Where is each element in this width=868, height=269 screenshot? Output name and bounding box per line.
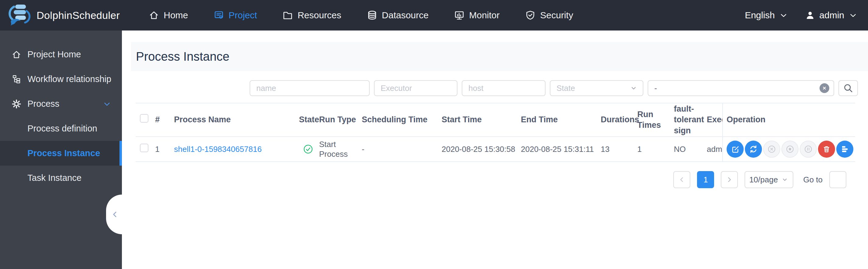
clear-daterange-button[interactable] (819, 83, 829, 93)
name-filter-input[interactable] (250, 80, 370, 96)
header-scroll-columns: # Process Name State Run Type Scheduling… (135, 103, 722, 136)
nav-item-label: Resources (298, 10, 341, 21)
shield-icon (525, 10, 535, 21)
daterange-filter-input[interactable]: - (648, 80, 834, 96)
edit-icon (731, 145, 740, 154)
sidebar-item-label: Process definition (27, 123, 97, 133)
circle-x-icon (767, 145, 776, 154)
title-band: Process Instance (131, 42, 868, 71)
column-header-index: # (155, 114, 174, 125)
column-header-run-type: Run Type (319, 114, 362, 125)
sidebar-item-label: Project Home (27, 50, 81, 59)
sidebar-item-process-instance[interactable]: Process Instance (0, 141, 122, 166)
process-name-cell: shell1-0-1598340657816 (174, 144, 299, 154)
column-header-fault-tolerant-sign: fault-tolerant sign (674, 104, 707, 136)
sidebar-item-task-instance[interactable]: Task Instance (0, 166, 122, 190)
state-cell (299, 144, 319, 154)
page-number-button[interactable]: 1 (697, 171, 714, 188)
gantt-button[interactable] (836, 141, 854, 158)
fault-tolerant-sign-cell: NO (674, 144, 707, 154)
run-times-cell: 1 (637, 144, 674, 154)
nav-item-security[interactable]: Security (525, 10, 573, 21)
sidebar-item-process[interactable]: Process (0, 91, 122, 116)
chevron-down-icon (102, 99, 112, 109)
operation-buttons (726, 141, 854, 158)
user-icon (805, 10, 815, 20)
home-icon (11, 50, 22, 59)
nav-item-label: Home (164, 10, 188, 21)
delete-button[interactable] (818, 141, 835, 158)
search-button[interactable] (838, 80, 858, 96)
sidebar-item-project-home[interactable]: Project Home (0, 42, 122, 67)
nav-item-home[interactable]: Home (149, 10, 188, 21)
state-filter-select[interactable]: State (550, 80, 643, 96)
page-title: Process Instance (136, 50, 229, 63)
table-row: 1 shell1-0-1598340657816 Start Process (135, 137, 855, 162)
executor-filter-input[interactable] (374, 80, 458, 96)
row-scroll-columns: 1 shell1-0-1598340657816 Start Process (135, 137, 722, 161)
page-size-select[interactable]: 10/page (745, 171, 793, 188)
brand[interactable]: DolphinScheduler (0, 2, 120, 28)
sidebar-item-workflow-relationship[interactable]: Workflow relationship (0, 67, 122, 91)
operation-header-column: Operation (722, 103, 855, 136)
nav-items: Home Project Resources (149, 10, 573, 21)
column-header-executor: Executor (707, 114, 722, 125)
row-index: 1 (155, 144, 174, 154)
rerun-button[interactable] (745, 141, 762, 158)
navbar-right: English admin (745, 10, 868, 21)
page-size-value: 10/page (749, 175, 778, 184)
database-icon (367, 10, 377, 21)
user-menu[interactable]: admin (805, 10, 858, 21)
project-icon (214, 10, 224, 21)
language-switcher[interactable]: English (745, 10, 788, 21)
nav-item-project[interactable]: Project (214, 10, 257, 21)
home-icon (149, 10, 159, 21)
nav-item-monitor[interactable]: Monitor (454, 10, 499, 21)
language-label: English (745, 10, 775, 21)
run-type-cell: Start Process (319, 139, 362, 159)
edit-button[interactable] (726, 141, 744, 158)
recovery-failed-button[interactable] (763, 141, 780, 158)
column-header-run-times: Run Times (637, 109, 674, 130)
next-page-button[interactable] (721, 171, 738, 188)
executor-cell: admin (707, 144, 722, 154)
goto-page-input[interactable] (829, 171, 846, 188)
chevron-right-icon (725, 176, 733, 184)
column-header-operation: Operation (726, 114, 766, 125)
top-navbar: DolphinScheduler Home Project (0, 0, 868, 30)
column-header-durations: Durations (601, 114, 637, 125)
nav-item-resources[interactable]: Resources (282, 10, 341, 21)
sidebar-item-label: Workflow relationship (27, 74, 111, 84)
sidebar-item-process-definition[interactable]: Process definition (0, 116, 122, 141)
process-name-link[interactable]: shell1-0-1598340657816 (174, 145, 262, 154)
select-all-checkbox[interactable] (140, 114, 148, 123)
row-checkbox[interactable] (140, 144, 148, 152)
state-select-placeholder: State (557, 84, 629, 93)
filter-bar: State - (122, 80, 858, 96)
column-header-process-name: Process Name (174, 114, 299, 125)
durations-cell: 13 (601, 144, 637, 154)
workflow-tree-icon (11, 74, 22, 84)
pagination: 1 10/page Go to (122, 171, 846, 188)
sidebar-item-label: Process (27, 99, 59, 109)
column-header-scheduling-time: Scheduling Time (362, 114, 442, 125)
nav-item-datasource[interactable]: Datasource (367, 10, 429, 21)
circle-pause-icon (804, 145, 813, 154)
trash-icon (822, 145, 831, 154)
select-all-cell (135, 114, 155, 125)
pause-button[interactable] (800, 141, 817, 158)
nav-item-label: Datasource (382, 10, 429, 21)
row-select-cell (135, 144, 155, 155)
nav-item-label: Security (540, 10, 573, 21)
daterange-value: - (654, 84, 819, 93)
brand-name: DolphinScheduler (37, 9, 120, 21)
sidebar: Project Home Workflow relationship Pro (0, 30, 122, 269)
stop-button[interactable] (781, 141, 799, 158)
column-header-end-time: End Time (521, 114, 601, 125)
end-time-cell: 2020-08-25 15:31:11 (521, 144, 601, 154)
host-filter-input[interactable] (462, 80, 546, 96)
operation-cell (722, 137, 855, 161)
search-icon (843, 83, 853, 93)
previous-page-button[interactable] (673, 171, 690, 188)
success-state-icon (303, 144, 316, 154)
